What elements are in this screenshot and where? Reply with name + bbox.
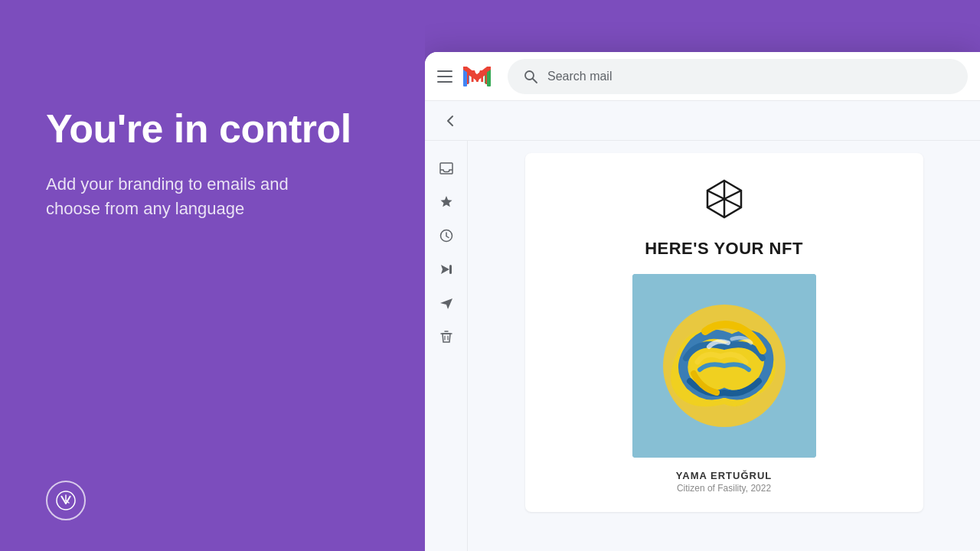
gmail-logo-clean [462,64,492,89]
trash-icon[interactable] [431,321,462,352]
svg-point-11 [525,71,534,80]
hexagon-logo-icon [703,178,746,220]
sender-sub: Citizen of Fasility, 2022 [677,483,771,494]
brand-logo-area [46,481,379,520]
search-bar[interactable]: Search mail [508,59,968,94]
gmail-main: HERE'S YOUR NFT [425,141,980,551]
hamburger-button[interactable] [437,70,452,83]
valimail-logo-icon [55,490,77,511]
nft-art-svg [632,274,816,458]
inbox-icon[interactable] [431,153,462,184]
search-placeholder: Search mail [547,70,612,83]
important-icon[interactable] [431,254,462,285]
left-panel: You're in control Add your branding to e… [0,0,425,551]
svg-rect-15 [449,265,452,274]
nft-brand-logo [703,178,746,223]
headline: You're in control [46,107,379,151]
gmail-window: M [425,52,980,551]
left-content: You're in control Add your branding to e… [46,107,379,221]
subtext: Add your branding to emails and choose f… [46,172,337,221]
valimail-logo [46,481,86,520]
star-icon[interactable] [431,187,462,217]
gmail-logo: M [462,61,492,92]
email-content-area: HERE'S YOUR NFT [468,141,980,551]
search-icon [523,69,538,84]
nft-artwork [632,274,816,458]
back-button[interactable] [437,107,465,135]
gmail-sidebar [425,141,468,551]
svg-line-17 [707,191,724,199]
clock-icon[interactable] [431,220,462,251]
email-card: HERE'S YOUR NFT [525,153,923,512]
svg-line-19 [707,199,724,207]
sender-name: YAMA ERTUĞRUL [676,470,772,481]
svg-line-20 [724,199,741,207]
gmail-back-bar [425,101,980,141]
svg-line-18 [724,191,741,199]
gmail-topbar: M [425,52,980,101]
nft-email-title: HERE'S YOUR NFT [645,239,803,259]
sent-icon[interactable] [431,288,462,318]
right-panel: M [425,0,980,551]
svg-line-12 [533,79,537,83]
